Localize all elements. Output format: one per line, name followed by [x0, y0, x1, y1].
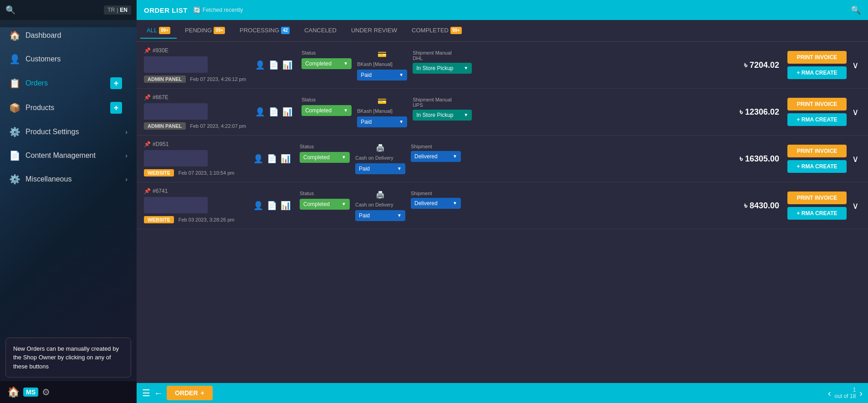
status-select[interactable]: Completed ▼	[301, 58, 352, 69]
tab-completed[interactable]: COMPLETED 99+	[405, 23, 468, 39]
document-icon[interactable]: 📄	[267, 201, 277, 211]
status-select[interactable]: Completed ▼	[300, 152, 350, 163]
payment-status-value: Paid	[359, 166, 370, 172]
document-icon[interactable]: 📄	[267, 154, 277, 164]
order-source-badge: ADMIN PANEL	[144, 122, 186, 130]
user-icon[interactable]: 👤	[253, 201, 263, 211]
status-select[interactable]: Completed ▼	[301, 105, 352, 116]
print-invoice-button[interactable]: PRINT INVOICE	[787, 98, 847, 111]
tab-pending[interactable]: PENDING 99+	[179, 23, 231, 39]
tab-label: CANCELED	[304, 27, 337, 34]
chart-icon[interactable]: 📊	[282, 60, 292, 70]
shipment-label: Shipment ManualDHL	[413, 50, 472, 61]
fetched-text: Fetched recently	[203, 7, 243, 13]
order-source-badge: WEBSITE	[144, 169, 174, 176]
tab-badge-processing: 42	[281, 27, 290, 34]
order-action-icons: 👤 📄 📊	[253, 201, 291, 211]
chevron-right-icon: ›	[125, 128, 128, 136]
expand-button[interactable]: ∨	[850, 60, 861, 71]
status-label: Status	[300, 191, 350, 196]
payment-status-select[interactable]: Paid ▼	[355, 163, 405, 174]
back-arrow-icon[interactable]: ←	[154, 388, 163, 398]
status-label: Status	[301, 50, 352, 55]
user-icon[interactable]: 👤	[253, 154, 263, 164]
order-amount: ৳ 8430.00	[725, 201, 779, 211]
order-action-icons: 👤 📄 📊	[255, 107, 292, 117]
document-icon[interactable]: 📄	[269, 107, 279, 117]
payment-status-select[interactable]: Paid ▼	[355, 210, 405, 221]
sidebar-item-products[interactable]: 📦 Products +	[0, 96, 137, 120]
shipment-type-select[interactable]: In Store Pickup ▼	[413, 110, 472, 121]
rma-create-button[interactable]: + RMA CREATE	[787, 207, 847, 220]
sidebar-item-product-settings[interactable]: ⚙️ Product Settings ›	[0, 120, 137, 144]
user-icon[interactable]: 👤	[255, 107, 265, 117]
rma-create-button[interactable]: + RMA CREATE	[787, 66, 847, 79]
prev-page-button[interactable]: ‹	[828, 388, 831, 398]
order-info: 📌 #6741 WEBSITE Feb 03 2023, 3:28:26 pm	[144, 188, 244, 223]
tab-badge-pending: 99+	[214, 27, 225, 34]
lang-en[interactable]: EN	[120, 7, 128, 13]
document-icon[interactable]: 📄	[269, 60, 279, 70]
sidebar-nav: 🏠 Dashboard 👤 Customers 📋 Orders + 📦 Pro…	[0, 20, 137, 334]
user-icon[interactable]: 👤	[255, 60, 265, 70]
print-invoice-button[interactable]: PRINT INVOICE	[787, 51, 847, 64]
chart-icon[interactable]: 📊	[281, 154, 291, 164]
print-invoice-button[interactable]: PRINT INVOICE	[787, 145, 847, 157]
expand-button[interactable]: ∨	[850, 153, 861, 164]
order-buttons: PRINT INVOICE + RMA CREATE	[783, 98, 847, 126]
tab-canceled[interactable]: CANCELED	[298, 23, 343, 38]
chart-icon[interactable]: 📊	[282, 107, 292, 117]
next-page-button[interactable]: ›	[859, 388, 863, 398]
sidebar-item-content-management[interactable]: 📄 Content Management ›	[0, 144, 137, 167]
sidebar-item-orders[interactable]: 📋 Orders +	[0, 71, 137, 96]
chevron-down-icon: ▼	[342, 202, 346, 207]
sidebar-top: 🔍 TR | EN	[0, 0, 137, 20]
print-invoice-button[interactable]: PRINT INVOICE	[787, 191, 847, 204]
shipment-type-select[interactable]: Delivered ▼	[411, 198, 461, 209]
home-bottom-icon[interactable]: 🏠	[7, 386, 20, 398]
menu-icon[interactable]: ☰	[142, 388, 150, 398]
order-list: 📌 #930E ADMIN PANEL Feb 07 2023, 4:26:12…	[137, 42, 868, 383]
payment-icon: 💳	[378, 50, 387, 58]
sidebar-item-dashboard[interactable]: 🏠 Dashboard	[0, 24, 137, 47]
shipment-label: Shipment	[411, 191, 461, 196]
order-id: 📌 #D951	[144, 141, 244, 147]
table-row: 📌 #667E ADMIN PANEL Feb 07 2023, 4:22:07…	[137, 89, 868, 136]
tab-all[interactable]: ALL 99+	[140, 23, 177, 39]
chart-icon[interactable]: 📊	[281, 201, 291, 211]
status-select[interactable]: Completed ▼	[300, 199, 350, 210]
payment-icon: 🖨️	[376, 144, 385, 152]
refresh-icon[interactable]: 🔄	[193, 6, 201, 14]
chevron-down-icon: ▼	[453, 154, 457, 159]
order-id: 📌 #667E	[144, 94, 246, 101]
search-top-icon[interactable]: 🔍	[851, 5, 861, 15]
search-icon[interactable]: 🔍	[5, 5, 15, 15]
lang-tr[interactable]: TR	[107, 7, 115, 13]
add-order-button[interactable]: +	[110, 77, 122, 89]
order-id: 📌 #6741	[144, 188, 244, 194]
pagination: ‹ 1 out of 18 ›	[828, 387, 863, 399]
rma-create-button[interactable]: + RMA CREATE	[787, 113, 847, 126]
gear-bottom-icon[interactable]: ⚙	[42, 387, 50, 398]
order-image	[144, 56, 208, 73]
language-toggle[interactable]: TR | EN	[104, 5, 131, 15]
payment-group: 🖨️ Cash on Delivery Paid ▼	[355, 191, 405, 221]
sidebar-item-customers[interactable]: 👤 Customers	[0, 47, 137, 71]
sidebar-item-miscellaneous[interactable]: ⚙️ Miscellaneous ›	[0, 167, 137, 191]
payment-method-label: Cash on Delivery	[355, 202, 405, 207]
ms-badge[interactable]: MS	[23, 388, 38, 397]
sidebar-item-label: Orders	[26, 79, 48, 87]
order-source-badge: ADMIN PANEL	[144, 76, 186, 83]
add-product-button[interactable]: +	[110, 102, 122, 114]
payment-status-select[interactable]: Paid ▼	[357, 116, 407, 127]
shipment-type-select[interactable]: Delivered ▼	[411, 151, 461, 162]
payment-status-select[interactable]: Paid ▼	[357, 70, 407, 81]
expand-button[interactable]: ∨	[850, 200, 861, 211]
shipment-type-select[interactable]: In Store Pickup ▼	[413, 63, 472, 74]
rma-create-button[interactable]: + RMA CREATE	[787, 160, 847, 173]
tab-processing[interactable]: PROCESSING 42	[233, 23, 296, 39]
order-image	[144, 197, 208, 213]
create-order-button[interactable]: ORDER +	[167, 386, 213, 400]
tab-under-review[interactable]: UNDER REVIEW	[345, 23, 403, 38]
expand-button[interactable]: ∨	[850, 106, 861, 117]
